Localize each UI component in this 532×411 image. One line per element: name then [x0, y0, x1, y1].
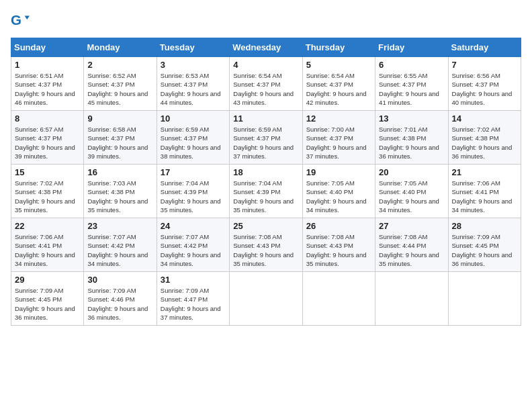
calendar-cell: 1 Sunrise: 6:51 AM Sunset: 4:37 PM Dayli…: [11, 57, 84, 111]
day-number: 28: [452, 221, 517, 231]
cell-details: Sunrise: 6:55 AM Sunset: 4:37 PM Dayligh…: [379, 71, 444, 107]
cell-details: Sunrise: 7:09 AM Sunset: 4:46 PM Dayligh…: [87, 286, 152, 322]
calendar-cell: 13 Sunrise: 7:01 AM Sunset: 4:38 PM Dayl…: [375, 111, 448, 165]
calendar-cell: 14 Sunrise: 7:02 AM Sunset: 4:38 PM Dayl…: [448, 111, 521, 165]
calendar-cell: 6 Sunrise: 6:55 AM Sunset: 4:37 PM Dayli…: [375, 57, 448, 111]
day-number: 21: [452, 167, 517, 177]
cell-details: Sunrise: 7:05 AM Sunset: 4:40 PM Dayligh…: [379, 179, 444, 214]
calendar-cell: 15 Sunrise: 7:02 AM Sunset: 4:38 PM Dayl…: [11, 165, 84, 218]
cell-details: Sunrise: 7:00 AM Sunset: 4:37 PM Dayligh…: [306, 125, 371, 161]
day-number: 1: [15, 60, 80, 70]
calendar-cell: 4 Sunrise: 6:54 AM Sunset: 4:37 PM Dayli…: [230, 57, 302, 111]
calendar-week-row: 15 Sunrise: 7:02 AM Sunset: 4:38 PM Dayl…: [11, 165, 521, 218]
cell-details: Sunrise: 7:09 AM Sunset: 4:45 PM Dayligh…: [452, 232, 517, 268]
day-number: 14: [452, 113, 517, 124]
calendar-cell: 9 Sunrise: 6:58 AM Sunset: 4:37 PM Dayli…: [84, 111, 157, 165]
svg-text:G: G: [11, 12, 21, 28]
svg-marker-1: [25, 15, 30, 19]
header-day-saturday: Saturday: [448, 38, 521, 57]
logo: G: [11, 11, 32, 30]
cell-details: Sunrise: 6:54 AM Sunset: 4:37 PM Dayligh…: [306, 71, 371, 107]
day-number: 8: [15, 113, 80, 124]
calendar-cell: 11 Sunrise: 6:59 AM Sunset: 4:37 PM Dayl…: [230, 111, 302, 165]
calendar-week-row: 8 Sunrise: 6:57 AM Sunset: 4:37 PM Dayli…: [11, 111, 521, 165]
calendar-cell: 19 Sunrise: 7:05 AM Sunset: 4:40 PM Dayl…: [302, 165, 375, 218]
calendar-week-row: 1 Sunrise: 6:51 AM Sunset: 4:37 PM Dayli…: [11, 57, 521, 111]
calendar-cell: [230, 272, 302, 326]
cell-details: Sunrise: 7:03 AM Sunset: 4:38 PM Dayligh…: [87, 179, 152, 214]
cell-details: Sunrise: 7:04 AM Sunset: 4:39 PM Dayligh…: [233, 179, 298, 214]
cell-details: Sunrise: 7:02 AM Sunset: 4:38 PM Dayligh…: [452, 125, 517, 161]
calendar-cell: 23 Sunrise: 7:07 AM Sunset: 4:42 PM Dayl…: [84, 218, 157, 272]
calendar-cell: 31 Sunrise: 7:09 AM Sunset: 4:47 PM Dayl…: [157, 272, 229, 326]
header-day-monday: Monday: [84, 38, 157, 57]
day-number: 9: [87, 113, 152, 124]
day-number: 19: [306, 167, 371, 177]
day-number: 27: [379, 221, 444, 231]
header: G: [11, 11, 521, 30]
calendar-cell: 27 Sunrise: 7:08 AM Sunset: 4:44 PM Dayl…: [375, 218, 448, 272]
cell-details: Sunrise: 6:57 AM Sunset: 4:37 PM Dayligh…: [15, 125, 80, 161]
day-number: 18: [233, 167, 298, 177]
calendar-header-row: SundayMondayTuesdayWednesdayThursdayFrid…: [11, 38, 521, 57]
cell-details: Sunrise: 7:07 AM Sunset: 4:42 PM Dayligh…: [87, 232, 152, 268]
calendar-cell: 26 Sunrise: 7:08 AM Sunset: 4:43 PM Dayl…: [302, 218, 375, 272]
cell-details: Sunrise: 7:04 AM Sunset: 4:39 PM Dayligh…: [161, 179, 226, 214]
cell-details: Sunrise: 7:07 AM Sunset: 4:42 PM Dayligh…: [161, 232, 226, 268]
cell-details: Sunrise: 6:58 AM Sunset: 4:37 PM Dayligh…: [87, 125, 152, 161]
header-day-sunday: Sunday: [11, 38, 84, 57]
day-number: 29: [15, 275, 80, 285]
cell-details: Sunrise: 7:02 AM Sunset: 4:38 PM Dayligh…: [15, 179, 80, 214]
cell-details: Sunrise: 7:06 AM Sunset: 4:41 PM Dayligh…: [452, 179, 517, 214]
day-number: 17: [161, 167, 226, 177]
calendar-cell: 30 Sunrise: 7:09 AM Sunset: 4:46 PM Dayl…: [84, 272, 157, 326]
day-number: 12: [306, 113, 371, 124]
calendar-cell: 25 Sunrise: 7:08 AM Sunset: 4:43 PM Dayl…: [230, 218, 302, 272]
calendar-cell: 18 Sunrise: 7:04 AM Sunset: 4:39 PM Dayl…: [230, 165, 302, 218]
calendar-cell: 12 Sunrise: 7:00 AM Sunset: 4:37 PM Dayl…: [302, 111, 375, 165]
cell-details: Sunrise: 7:06 AM Sunset: 4:41 PM Dayligh…: [15, 232, 80, 268]
day-number: 10: [161, 113, 226, 124]
calendar-cell: 3 Sunrise: 6:53 AM Sunset: 4:37 PM Dayli…: [157, 57, 229, 111]
day-number: 24: [161, 221, 226, 231]
cell-details: Sunrise: 7:09 AM Sunset: 4:47 PM Dayligh…: [161, 286, 226, 322]
calendar-cell: 16 Sunrise: 7:03 AM Sunset: 4:38 PM Dayl…: [84, 165, 157, 218]
day-number: 5: [306, 60, 371, 70]
cell-details: Sunrise: 6:56 AM Sunset: 4:37 PM Dayligh…: [452, 71, 517, 107]
calendar-cell: 2 Sunrise: 6:52 AM Sunset: 4:37 PM Dayli…: [84, 57, 157, 111]
calendar-cell: 5 Sunrise: 6:54 AM Sunset: 4:37 PM Dayli…: [302, 57, 375, 111]
calendar-body: 1 Sunrise: 6:51 AM Sunset: 4:37 PM Dayli…: [11, 57, 521, 326]
day-number: 7: [452, 60, 517, 70]
cell-details: Sunrise: 6:54 AM Sunset: 4:37 PM Dayligh…: [233, 71, 298, 107]
cell-details: Sunrise: 6:59 AM Sunset: 4:37 PM Dayligh…: [161, 125, 226, 161]
calendar-cell: [375, 272, 448, 326]
cell-details: Sunrise: 6:52 AM Sunset: 4:37 PM Dayligh…: [87, 71, 152, 107]
day-number: 15: [15, 167, 80, 177]
calendar-table: SundayMondayTuesdayWednesdayThursdayFrid…: [11, 38, 521, 326]
calendar-cell: 20 Sunrise: 7:05 AM Sunset: 4:40 PM Dayl…: [375, 165, 448, 218]
day-number: 25: [233, 221, 298, 231]
calendar-cell: [448, 272, 521, 326]
day-number: 3: [161, 60, 226, 70]
day-number: 26: [306, 221, 371, 231]
header-day-tuesday: Tuesday: [157, 38, 229, 57]
cell-details: Sunrise: 7:08 AM Sunset: 4:43 PM Dayligh…: [233, 232, 298, 268]
cell-details: Sunrise: 7:05 AM Sunset: 4:40 PM Dayligh…: [306, 179, 371, 214]
calendar-week-row: 29 Sunrise: 7:09 AM Sunset: 4:45 PM Dayl…: [11, 272, 521, 326]
calendar-cell: 21 Sunrise: 7:06 AM Sunset: 4:41 PM Dayl…: [448, 165, 521, 218]
header-day-friday: Friday: [375, 38, 448, 57]
calendar-cell: 8 Sunrise: 6:57 AM Sunset: 4:37 PM Dayli…: [11, 111, 84, 165]
day-number: 23: [87, 221, 152, 231]
cell-details: Sunrise: 7:08 AM Sunset: 4:43 PM Dayligh…: [306, 232, 371, 268]
calendar-cell: 7 Sunrise: 6:56 AM Sunset: 4:37 PM Dayli…: [448, 57, 521, 111]
calendar-cell: 28 Sunrise: 7:09 AM Sunset: 4:45 PM Dayl…: [448, 218, 521, 272]
cell-details: Sunrise: 6:53 AM Sunset: 4:37 PM Dayligh…: [161, 71, 226, 107]
logo-icon: G: [11, 11, 30, 30]
calendar-week-row: 22 Sunrise: 7:06 AM Sunset: 4:41 PM Dayl…: [11, 218, 521, 272]
cell-details: Sunrise: 7:09 AM Sunset: 4:45 PM Dayligh…: [15, 286, 80, 322]
day-number: 6: [379, 60, 444, 70]
header-day-thursday: Thursday: [302, 38, 375, 57]
calendar-cell: 24 Sunrise: 7:07 AM Sunset: 4:42 PM Dayl…: [157, 218, 229, 272]
cell-details: Sunrise: 7:01 AM Sunset: 4:38 PM Dayligh…: [379, 125, 444, 161]
day-number: 11: [233, 113, 298, 124]
